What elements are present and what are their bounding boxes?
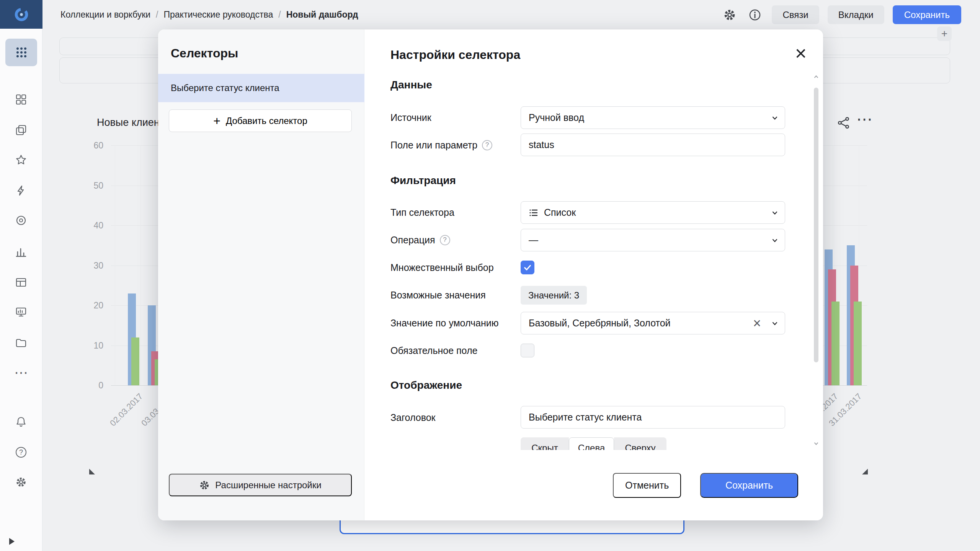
y-axis-label: 30 [79,261,103,271]
table-icon [15,277,27,288]
dashboards-icon [15,94,27,105]
type-label: Тип селектора [390,207,454,218]
add-selector-button[interactable]: + Добавить селектор [169,109,352,132]
field-input[interactable]: status [521,134,785,156]
y-axis-label: 50 [79,181,103,191]
selector-settings-pane: Настройки селектора × Данные Источник Ру… [364,29,823,520]
datalens-logo-icon [13,6,30,23]
operation-value: — [529,235,538,246]
breadcrumb-current: Новый дашборд [286,10,358,20]
widget-resize-handle-right[interactable] [862,469,868,474]
type-label-text: Тип селектора [390,207,454,218]
nav-datasets-item[interactable] [13,274,29,291]
tab-placement-top[interactable]: Сверху [614,437,666,450]
list-icon [529,208,539,218]
advanced-settings-button[interactable]: Расширенные настройки [169,474,352,496]
bell-icon [15,416,27,427]
source-label-text: Источник [390,112,431,123]
clear-icon[interactable]: × [753,318,761,329]
tabs-button[interactable]: Вкладки [828,5,884,24]
chart-links-button[interactable] [835,114,852,131]
gear-icon [15,476,27,488]
y-axis-label: 0 [79,380,103,391]
y-axis-label: 20 [79,300,103,311]
cancel-button[interactable]: Отменить [613,473,681,498]
required-checkbox[interactable] [521,344,534,357]
help-icon[interactable]: ? [440,235,450,245]
nav-files-item[interactable] [13,334,29,351]
save-selector-button[interactable]: Сохранить [700,473,798,498]
plus-icon: + [213,115,220,127]
chart-bar-green [831,302,840,385]
widget-resize-handle-left[interactable] [89,469,95,474]
advanced-settings-label: Расширенные настройки [215,480,321,491]
source-value: Ручной ввод [529,112,584,123]
scrollbar-thumb[interactable] [814,88,818,362]
chevron-down-icon [771,236,779,244]
chart-menu-button[interactable]: ⋯ [855,111,875,127]
breadcrumb-collections[interactable]: Коллекции и воркбуки [60,10,150,20]
dashboard-settings-button[interactable] [721,7,738,23]
sidebar-expand-button[interactable] [9,538,15,545]
nav-functions-item[interactable] [13,182,29,199]
nav-monitoring-item[interactable] [13,212,29,229]
default-value-select[interactable]: Базовый, Серебряный, Золотой × [521,312,785,334]
nav-charts-item[interactable] [13,243,29,260]
dashboard-info-button[interactable] [746,7,763,23]
possible-values-chip[interactable]: Значений: 3 [521,286,587,305]
nav-presentations-item[interactable] [13,304,29,321]
tab-placement-left[interactable]: Слева [569,437,614,450]
scroll-up-arrow[interactable] [813,74,819,80]
chart-bar-green [854,302,862,385]
sidebar: ⋯ ? [0,0,42,551]
type-value: Список [544,207,576,218]
breadcrumb-workbook[interactable]: Практические руководства [163,10,273,20]
notifications-button[interactable] [13,413,29,430]
lightning-icon [15,185,27,196]
nav-more-item[interactable]: ⋯ [13,364,29,381]
settings-scroll-area: Данные Источник Ручной ввод Поле или пар… [364,78,823,450]
selector-type-select[interactable]: Список [521,201,785,224]
app-logo[interactable] [0,0,42,29]
save-dashboard-button[interactable]: Сохранить [893,5,961,24]
source-select[interactable]: Ручной ввод [521,106,785,129]
gear-icon [723,8,736,21]
title-input[interactable]: Выберите статус клиента [521,406,785,429]
help-button[interactable]: ? [13,444,29,461]
possible-values-label-text: Возможные значения [390,289,486,301]
nav-favorites-item[interactable] [13,152,29,168]
monitor-icon [15,306,27,318]
selectors-list-pane: Селекторы Выберите статус клиента + Доба… [158,29,364,520]
ellipsis-icon: ⋯ [14,369,28,377]
scroll-down-arrow[interactable] [813,440,819,447]
all-services-button[interactable] [5,39,37,66]
close-icon: × [795,42,807,65]
header-actions: Связи Вкладки Сохранить [721,0,961,29]
section-display-heading: Отображение [390,379,462,391]
app-canvas: ⋯ ? Коллекции и воркбуки / Практические … [0,0,980,551]
settings-pane-title: Настройки селектора [390,48,520,62]
operation-select[interactable]: — [521,229,785,251]
multiselect-checkbox[interactable] [521,261,534,274]
tab-placement-hidden[interactable]: Скрыт [521,437,569,450]
relations-button[interactable]: Связи [772,5,819,24]
selector-list-item[interactable]: Выберите статус клиента [158,74,364,102]
star-icon [15,154,27,166]
section-filtering-heading: Фильтрация [390,174,456,187]
grid-icon [15,46,28,59]
y-axis-label: 40 [79,220,103,231]
ellipsis-icon: ⋯ [856,110,873,129]
chevron-down-icon [771,114,779,122]
sidebar-settings-button[interactable] [13,474,29,491]
nav-collections-item[interactable] [13,122,29,139]
default-value: Базовый, Серебряный, Золотой [529,318,671,329]
operation-label-text: Операция [390,234,435,246]
question-icon: ? [16,447,26,458]
close-modal-button[interactable]: × [790,42,812,64]
nav-dashboards-item[interactable] [13,91,29,108]
operation-label: Операция ? [390,234,450,246]
default-value-label-text: Значение по умолчанию [390,317,498,329]
section-data-heading: Данные [390,79,432,91]
field-label-text: Поле или параметр [390,139,477,151]
help-icon[interactable]: ? [482,140,492,150]
